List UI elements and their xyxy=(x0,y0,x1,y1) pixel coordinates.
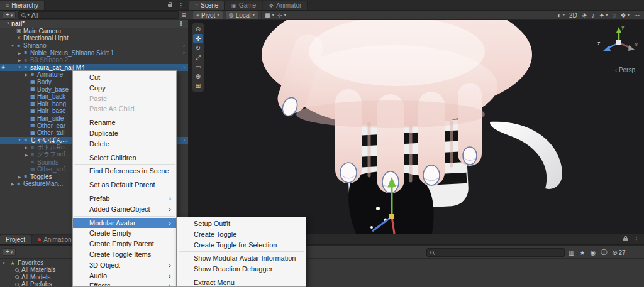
mesh-icon: ▦ xyxy=(30,87,36,92)
hierarchy-row[interactable]: ☀Directional Light xyxy=(0,35,188,42)
expand-arrow-icon[interactable]: ▼ xyxy=(9,44,16,48)
snap-settings-icon-button[interactable]: ⊹▾ xyxy=(277,12,286,19)
prefab-open-arrow-icon[interactable]: › xyxy=(183,137,188,143)
lighting-toggle-icon-button[interactable]: ☀ xyxy=(582,12,587,19)
grid-visibility-icon-button[interactable]: ▦▾ xyxy=(265,12,274,19)
context-menu-item[interactable]: Effects› xyxy=(73,281,176,287)
context-menu-item[interactable]: Duplicate xyxy=(73,128,176,139)
context-menu-item[interactable]: Create Empty xyxy=(73,228,176,239)
submenu-item[interactable]: Show Reaction Debugger xyxy=(177,264,306,274)
submenu-item[interactable]: Show Modular Avatar Information xyxy=(177,253,306,264)
lock-icon[interactable] xyxy=(168,4,172,7)
lock-icon[interactable] xyxy=(623,238,628,241)
context-menu-item[interactable]: 3D Object› xyxy=(73,260,176,271)
search-filter-caret-icon[interactable]: ▾ xyxy=(27,13,30,18)
toggle-2d-button[interactable]: 2D xyxy=(569,12,577,19)
expand-arrow-icon[interactable]: ▶ xyxy=(23,145,30,149)
object-label: B9.Shinano 2 xyxy=(30,57,68,63)
menu-separator xyxy=(179,251,304,252)
tab-project[interactable]: Project xyxy=(0,235,31,244)
camera-view-icon-button[interactable]: ◐▾ xyxy=(557,12,565,19)
view-tool-icon[interactable]: ⊙ xyxy=(193,24,203,34)
context-menu-item[interactable]: Copy xyxy=(73,83,176,94)
move-tool-icon[interactable]: ✛ xyxy=(193,34,203,43)
expand-arrow-icon[interactable]: ▼ xyxy=(0,261,8,265)
submenu-item[interactable]: Setup Outfit xyxy=(177,219,306,229)
kebab-menu-icon[interactable]: ⋮ xyxy=(178,3,184,9)
hierarchy-row[interactable]: ▼■Shinano› xyxy=(0,42,188,50)
audio-toggle-icon-button[interactable]: ♪ xyxy=(592,12,595,19)
expand-arrow-icon[interactable]: ▶ xyxy=(16,58,23,62)
expand-arrow-icon[interactable]: ▶ xyxy=(23,72,30,77)
context-menu-item[interactable]: Delete xyxy=(73,139,176,149)
handle-rotation-dropdown[interactable]: ◍ Local ▾ xyxy=(226,11,258,19)
effects-toggle-icon-button[interactable]: ✦▾ xyxy=(599,12,608,19)
hierarchy-search-input[interactable]: ▾ All xyxy=(18,11,179,19)
preview-eye-icon-button[interactable]: ◉ xyxy=(590,249,596,256)
transform-tool-icon[interactable]: ⊕ xyxy=(193,72,203,81)
expand-arrow-icon[interactable]: ▼ xyxy=(16,65,23,69)
project-search-input[interactable] xyxy=(426,248,565,257)
expand-arrow-icon[interactable]: ▶ xyxy=(23,153,30,157)
context-menu-item[interactable]: Rename xyxy=(73,117,176,128)
context-menu-item[interactable]: Cut xyxy=(73,72,176,83)
rect-tool-icon[interactable]: ▭ xyxy=(193,62,203,72)
scene-header-row[interactable]: ▼ nail* ⋮ xyxy=(0,20,188,28)
create-add-button[interactable]: + ▾ xyxy=(3,248,16,256)
custom-tool-icon[interactable]: ⊞ xyxy=(193,81,203,90)
context-menu-item[interactable]: Prefab› xyxy=(73,193,176,204)
visibility-eye-icon[interactable]: ◉ xyxy=(1,65,5,70)
expand-arrow-icon[interactable]: ▼ xyxy=(5,20,11,28)
info-icon-button[interactable]: ⓘ xyxy=(601,248,607,257)
tab-scene[interactable]: ⌗Scene xyxy=(189,1,225,10)
overflow-menu-icon-button[interactable]: ⋯ xyxy=(634,12,640,19)
expand-arrow-icon[interactable]: ▶ xyxy=(9,181,16,186)
axis-tripod xyxy=(597,24,638,64)
context-menu-item[interactable]: Select Children xyxy=(73,153,176,163)
prefab-open-arrow-icon[interactable]: › xyxy=(183,50,188,56)
hierarchy-row[interactable]: ▣Main Camera xyxy=(0,28,188,35)
tab-animation[interactable]: Animation xyxy=(32,235,77,244)
submenu-item[interactable]: Create Toggle xyxy=(177,229,306,240)
expand-arrow-icon[interactable]: ▼ xyxy=(16,138,23,142)
object-label: グラフnef... xyxy=(37,151,70,159)
search-options-icon[interactable]: ⊞ xyxy=(181,12,186,18)
preview-eye-icon: ◉ xyxy=(590,249,596,256)
kebab-menu-icon[interactable]: ⋮ xyxy=(178,20,188,28)
gizmos-dropdown-icon-button[interactable]: ❖▾ xyxy=(621,12,630,19)
camera-view-icon: ◐ xyxy=(557,12,561,19)
expand-arrow-icon[interactable]: ▶ xyxy=(16,51,23,55)
hierarchy-row[interactable]: ▶■Noble_Nexus_Shinano Skirt 1› xyxy=(0,49,188,57)
context-menu-item[interactable]: Create Empty Parent xyxy=(73,239,176,249)
context-menu-item[interactable]: Find References in Scene xyxy=(73,166,176,176)
context-menu-item[interactable]: Audio› xyxy=(73,271,176,281)
orientation-gizmo[interactable]: y z x xyxy=(597,24,638,64)
tab-hierarchy[interactable]: ≡ Hierarchy xyxy=(0,1,45,10)
scene-viewport[interactable]: ⊙✛↻⤢▭⊕⊞ y z x ‹ Persp xyxy=(189,20,644,234)
create-add-button[interactable]: + ▾ xyxy=(3,11,16,19)
context-menu-item[interactable]: Create Toggle Items xyxy=(73,249,176,260)
favorites-item-label: All Prefabs xyxy=(21,281,52,287)
prefab-open-arrow-icon[interactable]: › xyxy=(183,43,188,49)
submenu-item[interactable]: Create Toggle for Selection xyxy=(177,240,306,251)
tab-animator[interactable]: ❖Animator xyxy=(263,1,308,10)
context-menu-item[interactable]: Set as Default Parent xyxy=(73,180,176,190)
rotate-tool-icon[interactable]: ↻ xyxy=(193,43,203,53)
context-menu-item[interactable]: Added GameObject› xyxy=(73,204,176,215)
menu-item-label: Create Toggle xyxy=(194,230,236,238)
favorites-star-icon-button[interactable]: ★ xyxy=(579,249,585,256)
projection-toggle[interactable]: ‹ Persp xyxy=(615,67,635,73)
dropdown-caret-icon: ▾ xyxy=(272,13,275,18)
scale-tool-icon[interactable]: ⤢ xyxy=(193,53,203,62)
tab-game[interactable]: ▣Game xyxy=(225,1,262,10)
pivot-dropdown[interactable]: ⌖ Pivot ▾ xyxy=(193,11,223,19)
expand-arrow-icon[interactable]: ▶ xyxy=(16,175,23,179)
grid-visibility-icon: ▦ xyxy=(265,12,270,19)
kebab-menu-icon[interactable]: ⋮ xyxy=(633,237,640,243)
context-menu-item[interactable]: Modular Avatar› xyxy=(73,218,176,229)
layout-columns-icon-button[interactable]: ▥ xyxy=(569,249,574,256)
submenu-item[interactable]: Extract Menu xyxy=(177,278,306,287)
hierarchy-row[interactable]: ▶■B9.Shinano 2 xyxy=(0,57,188,64)
hidden-objects-icon-button[interactable]: ◌ xyxy=(613,12,616,19)
prefab-open-arrow-icon[interactable]: › xyxy=(183,64,188,70)
